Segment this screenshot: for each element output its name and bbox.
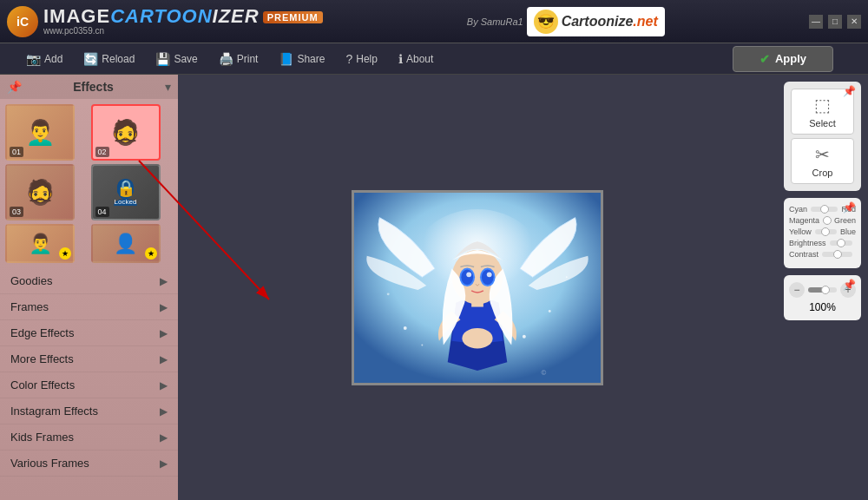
contrast-slider[interactable] [822, 252, 852, 257]
reload-icon: 🔄 [83, 52, 98, 66]
crop-label: Crop [812, 168, 833, 178]
svg-point-4 [462, 328, 492, 349]
select-crop-pin-icon: 📌 [843, 85, 856, 97]
instagram-effects-arrow-icon: ▶ [160, 405, 168, 418]
zoom-slider[interactable] [808, 287, 837, 293]
brightness-slider[interactable] [830, 240, 852, 246]
cartoonize-brand-text: Cartoonize.net [562, 14, 658, 30]
cyan-red-slider[interactable] [811, 207, 838, 212]
svg-point-18 [566, 276, 568, 278]
frames-arrow-icon: ▶ [160, 301, 168, 313]
effects-grid: 👨‍🦱 01 🧔 02 🧔 03 👤 🔒 Locked 04 [0, 99, 178, 268]
lock-icon-04: 🔒 [116, 179, 135, 198]
logo-text: IMAGECARTOONIZERPREMIUM www.pc0359.cn [43, 7, 323, 36]
zoom-percent-display: 100% [789, 301, 856, 313]
thumb-num-03: 03 [10, 207, 23, 217]
about-icon: ℹ [398, 52, 403, 66]
panel-dropdown-button[interactable]: ▾ [165, 80, 171, 94]
edge-effects-arrow-icon: ▶ [160, 327, 168, 339]
thumb-num-04: 04 [95, 207, 109, 217]
thumb-num-01: 01 [10, 147, 23, 157]
menu-item-edge-effects[interactable]: Edge Effects ▶ [0, 320, 178, 346]
svg-point-14 [549, 309, 551, 312]
effect-thumb-03[interactable]: 🧔 03 [5, 164, 75, 220]
toolbar-center: 📷 Add 🔄 Reload 💾 Save 🖨️ Print 📘 Share ? [0, 46, 868, 72]
help-label: Help [356, 53, 378, 65]
crop-button[interactable]: ✂ Crop [791, 138, 854, 184]
minimize-button[interactable]: — [809, 15, 823, 29]
svg-point-17 [387, 293, 390, 295]
select-crop-buttons: ⬚ Select ✂ Crop [791, 89, 854, 184]
color-pin-icon: 📌 [843, 201, 856, 214]
print-icon: 🖨️ [219, 52, 233, 66]
logo-cart-text: CARTOON [110, 5, 212, 27]
zoom-minus-button[interactable]: − [789, 282, 805, 298]
pin-icon: 📌 [7, 80, 22, 94]
contrast-row: Contrast [789, 250, 856, 259]
green-label: Green [834, 216, 856, 225]
share-button[interactable]: 📘 Share [270, 49, 333, 69]
cyan-label: Cyan [789, 205, 807, 214]
logo-izer-text: IZER [213, 5, 260, 27]
thumb-num-02: 02 [95, 147, 109, 157]
cartoonize-net-text: .net [633, 14, 657, 29]
about-label: About [406, 53, 433, 65]
main-canvas[interactable]: © [352, 190, 603, 385]
right-panel: 📌 ⬚ Select ✂ Crop 📌 Cyan Red [777, 75, 868, 500]
about-button[interactable]: ℹ About [390, 49, 442, 69]
effect-thumb-04[interactable]: 👤 🔒 Locked 04 [91, 164, 161, 220]
menu-item-more-effects[interactable]: More Effects ▶ [0, 346, 178, 372]
toolbar: 📷 Add 🔄 Reload 💾 Save 🖨️ Print 📘 Share ? [0, 43, 868, 75]
reload-button[interactable]: 🔄 Reload [75, 49, 143, 69]
logo-right: By SamuRa1 😎 Cartoonize.net [467, 7, 665, 36]
frames-label: Frames [10, 300, 49, 313]
effect-thumb-01[interactable]: 👨‍🦱 01 [5, 104, 75, 161]
help-icon: ? [345, 52, 352, 66]
center-canvas-area: © [178, 75, 777, 500]
color-effects-label: Color Effects [10, 378, 75, 391]
add-label: Add [44, 53, 62, 65]
yellow-blue-slider[interactable] [815, 229, 837, 234]
help-button[interactable]: ? Help [337, 49, 385, 69]
menu-item-goodies[interactable]: Goodies ▶ [0, 268, 178, 294]
menu-item-various-frames[interactable]: Various Frames ▶ [0, 451, 178, 477]
crop-icon: ✂ [815, 144, 830, 165]
reload-label: Reload [102, 53, 135, 65]
brightness-thumb [837, 239, 845, 247]
by-text: By SamuRa1 [467, 16, 523, 27]
menu-item-color-effects[interactable]: Color Effects ▶ [0, 372, 178, 398]
effect-thumb-02[interactable]: 🧔 02 [91, 104, 161, 161]
save-button[interactable]: 💾 Save [147, 49, 206, 69]
yellow-label: Yellow [789, 227, 812, 236]
magenta-green-slider[interactable] [823, 218, 831, 223]
apply-button[interactable]: ✔ Apply [733, 46, 833, 72]
menu-item-frames[interactable]: Frames ▶ [0, 294, 178, 320]
share-label: Share [297, 53, 325, 65]
save-label: Save [174, 53, 197, 65]
magenta-label: Magenta [789, 216, 819, 225]
window-controls: — □ ✕ [809, 15, 861, 29]
brightness-row: Brightness [789, 239, 856, 247]
main-layout: 📌 Effects ▾ 👨‍🦱 01 🧔 02 🧔 03 👤 [0, 75, 868, 500]
print-button[interactable]: 🖨️ Print [210, 49, 267, 69]
save-icon: 💾 [155, 52, 170, 66]
select-crop-card: 📌 ⬚ Select ✂ Crop [784, 82, 861, 191]
yellow-blue-thumb [821, 227, 830, 236]
contrast-label: Contrast [789, 250, 819, 259]
svg-point-9 [461, 269, 473, 285]
locked-text-04: Locked [115, 198, 137, 206]
add-button[interactable]: 📷 Add [17, 49, 71, 69]
logo-main-text: IMAGECARTOONIZERPREMIUM [43, 7, 323, 26]
maximize-button[interactable]: □ [828, 15, 842, 29]
cyan-red-thumb [820, 205, 829, 214]
title-bar: iC IMAGECARTOONIZERPREMIUM www.pc0359.cn… [0, 0, 868, 43]
various-frames-label: Various Frames [10, 457, 89, 470]
close-button[interactable]: ✕ [847, 15, 861, 29]
goodies-label: Goodies [10, 274, 52, 287]
menu-item-kids-frames[interactable]: Kids Frames ▶ [0, 424, 178, 451]
magenta-green-row: Magenta Green [789, 216, 856, 225]
effect-thumb-05[interactable]: 👨‍🦱 ★ [5, 224, 75, 263]
add-icon: 📷 [26, 52, 41, 66]
menu-item-instagram-effects[interactable]: Instagram Effects ▶ [0, 398, 178, 424]
effect-thumb-06[interactable]: 👤 ★ [91, 224, 161, 263]
